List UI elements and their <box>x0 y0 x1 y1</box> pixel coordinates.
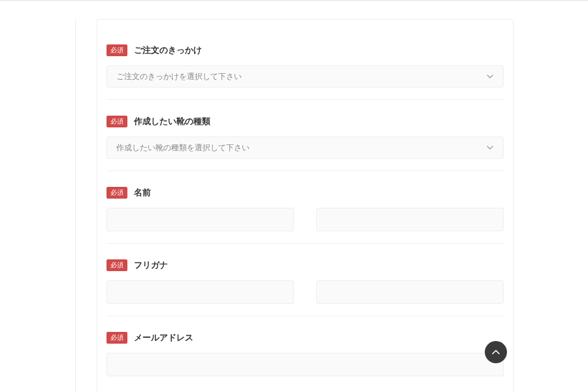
order-form-card: 必須 ご注文のきっかけ ご注文のきっかけを選択して下さい 必須 作成したい靴の種… <box>97 19 514 392</box>
label-row: 必須 フリガナ <box>106 259 504 271</box>
field-furigana: 必須 フリガナ <box>106 259 504 316</box>
field-label-email: メールアドレス <box>134 332 193 344</box>
chevron-down-icon <box>486 73 494 80</box>
field-email: 必須 メールアドレス <box>106 332 504 388</box>
label-row: 必須 作成したい靴の種類 <box>106 116 504 127</box>
input-last-name[interactable] <box>106 208 294 231</box>
required-badge: 必須 <box>106 187 127 199</box>
field-label-furigana: フリガナ <box>134 259 168 271</box>
label-row: 必須 ご注文のきっかけ <box>106 44 504 56</box>
field-shoe-type: 必須 作成したい靴の種類 作成したい靴の種類を選択して下さい <box>106 116 504 171</box>
required-badge: 必須 <box>106 44 127 56</box>
scroll-to-top-button[interactable] <box>485 341 507 363</box>
label-row: 必須 名前 <box>106 187 504 199</box>
input-first-name[interactable] <box>316 208 504 231</box>
input-email[interactable] <box>106 353 504 376</box>
label-row: 必須 メールアドレス <box>106 332 504 344</box>
field-name: 必須 名前 <box>106 187 504 244</box>
field-label-name: 名前 <box>134 187 151 199</box>
select-placeholder: ご注文のきっかけを選択して下さい <box>116 71 486 82</box>
input-first-name-kana[interactable] <box>316 280 504 304</box>
field-label-order-reason: ご注文のきっかけ <box>134 44 202 56</box>
top-divider <box>0 0 588 1</box>
select-placeholder: 作成したい靴の種類を選択して下さい <box>116 142 486 154</box>
field-label-shoe-type: 作成したい靴の種類 <box>134 116 210 127</box>
chevron-down-icon <box>486 144 494 152</box>
field-order-reason: 必須 ご注文のきっかけ ご注文のきっかけを選択して下さい <box>106 44 504 100</box>
required-badge: 必須 <box>106 116 127 127</box>
select-shoe-type[interactable]: 作成したい靴の種類を選択して下さい <box>106 137 504 159</box>
left-rule <box>75 19 76 392</box>
required-badge: 必須 <box>106 259 127 271</box>
select-order-reason[interactable]: ご注文のきっかけを選択して下さい <box>106 65 504 88</box>
input-last-name-kana[interactable] <box>106 280 294 304</box>
required-badge: 必須 <box>106 332 127 344</box>
